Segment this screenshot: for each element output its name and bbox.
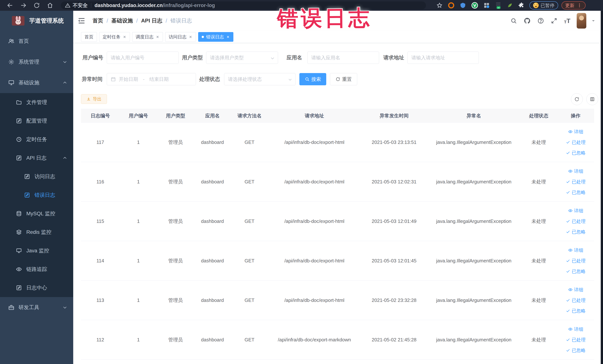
- close-icon[interactable]: [123, 35, 127, 39]
- action-ignored-link[interactable]: 已忽略: [558, 305, 593, 316]
- filter-input-3[interactable]: 请输入请求地址: [407, 52, 479, 64]
- home-icon[interactable]: [47, 2, 53, 9]
- action-processed-link[interactable]: 已处理: [558, 137, 593, 148]
- export-button[interactable]: 导出: [81, 94, 107, 104]
- status-select[interactable]: 请选择处理状态: [224, 73, 295, 85]
- action-ignored-link[interactable]: 已忽略: [558, 266, 593, 277]
- adblock-icon[interactable]: [448, 2, 454, 9]
- avatar[interactable]: [577, 13, 586, 29]
- puzzle-icon[interactable]: [518, 2, 525, 9]
- breadcrumb-item[interactable]: API 日志: [141, 17, 162, 24]
- action-detail-link[interactable]: 详细: [558, 324, 593, 335]
- check-icon: [566, 219, 570, 223]
- sidebar-item[interactable]: 研发工具: [0, 297, 73, 318]
- breadcrumb-item[interactable]: 首页: [93, 17, 103, 24]
- close-icon[interactable]: [189, 35, 192, 39]
- sidebar-item[interactable]: Java 监控: [0, 241, 73, 260]
- action-detail-link[interactable]: 详细: [558, 245, 593, 256]
- shield-icon[interactable]: [460, 2, 466, 9]
- proxy-on-icon[interactable]: on: [495, 2, 502, 9]
- filter-label: 请求地址: [383, 52, 404, 64]
- action-processed-link[interactable]: 已处理: [558, 176, 593, 187]
- edit-icon: [16, 118, 23, 124]
- github-icon[interactable]: [524, 17, 531, 24]
- sidebar-item[interactable]: Redis 监控: [0, 223, 73, 241]
- cell-actions: 详细已处理已忽略: [557, 162, 594, 201]
- sidebar-item[interactable]: API 日志: [0, 149, 73, 167]
- filter-input-0[interactable]: 请输入用户编号: [107, 52, 179, 64]
- back-icon[interactable]: [7, 2, 13, 9]
- tab-首页[interactable]: 首页: [81, 32, 97, 42]
- column-header: 处理状态: [520, 109, 557, 123]
- refresh-icon: [336, 77, 340, 82]
- close-icon[interactable]: [156, 35, 159, 39]
- check-icon: [566, 230, 570, 234]
- close-icon[interactable]: [226, 35, 230, 39]
- tab-调度日志[interactable]: 调度日志: [132, 32, 163, 42]
- filter-select-1[interactable]: 请选择用户类型: [206, 52, 278, 64]
- search-button[interactable]: 搜索: [299, 73, 326, 85]
- chevron-down-icon[interactable]: [591, 19, 596, 23]
- action-ignored-link[interactable]: 已忽略: [558, 187, 593, 198]
- action-processed-link[interactable]: 已处理: [558, 256, 593, 266]
- cell-app: dashboard: [194, 162, 231, 201]
- fullscreen-icon[interactable]: [551, 17, 557, 24]
- action-ignored-link[interactable]: 已忽略: [558, 148, 593, 158]
- reset-button[interactable]: 重置: [330, 73, 357, 85]
- v-badge-icon[interactable]: [471, 2, 478, 9]
- sidebar-item-label: 基础设施: [19, 79, 39, 86]
- breadcrumb-item[interactable]: 基础设施: [111, 17, 133, 24]
- date-range-picker[interactable]: 开始日期 - 结束日期: [107, 73, 196, 85]
- action-detail-link[interactable]: 详细: [558, 284, 593, 295]
- grid-icon[interactable]: [483, 2, 490, 9]
- action-ignored-link[interactable]: 已忽略: [558, 345, 593, 356]
- cell-url: /api/infra/db-doc/export-markdown: [268, 320, 361, 360]
- hamburger-icon[interactable]: [78, 17, 85, 25]
- font-size-icon[interactable]: TT: [564, 17, 570, 24]
- reload-icon[interactable]: [33, 2, 40, 9]
- action-ignored-link[interactable]: 已忽略: [558, 227, 593, 237]
- sidebar-item-label: 系统管理: [19, 59, 39, 65]
- search-icon[interactable]: [510, 17, 517, 24]
- paused-badge[interactable]: 已暂停: [529, 1, 558, 10]
- sidebar-item-label: 链路追踪: [26, 266, 47, 273]
- tab-访问日志[interactable]: 访问日志: [165, 32, 196, 42]
- menu-dots-icon[interactable]: [577, 3, 582, 8]
- sidebar-item[interactable]: 配置管理: [0, 112, 73, 130]
- tab-定时任务[interactable]: 定时任务: [99, 32, 130, 42]
- app-logo[interactable]: 芋道管理系统: [0, 11, 73, 31]
- sidebar-item[interactable]: MySQL 监控: [0, 204, 73, 223]
- forward-icon[interactable]: [20, 2, 27, 9]
- tab-错误日志[interactable]: 错误日志: [198, 32, 233, 42]
- sidebar-item-label: API 日志: [26, 154, 46, 162]
- table-row: 1161管理员dashboardGET/api/infra/db-doc/exp…: [81, 162, 594, 201]
- action-processed-link[interactable]: 已处理: [558, 216, 593, 227]
- action-processed-link[interactable]: 已处理: [558, 335, 593, 345]
- security-label[interactable]: 不安全: [73, 2, 88, 9]
- sidebar-item[interactable]: 日志中心: [0, 279, 73, 297]
- action-detail-link[interactable]: 详细: [558, 205, 593, 216]
- sidebar-item[interactable]: 文件管理: [0, 93, 73, 112]
- action-detail-link[interactable]: 详细: [558, 127, 593, 137]
- leaf-icon[interactable]: [507, 2, 513, 9]
- bookmark-star-icon[interactable]: [436, 2, 443, 9]
- sidebar-item[interactable]: 基础设施: [0, 72, 73, 93]
- action-detail-link[interactable]: 详细: [558, 166, 593, 176]
- sidebar-item[interactable]: 定时任务: [0, 130, 73, 149]
- column-header: 异常发生时间: [361, 109, 428, 123]
- action-processed-link[interactable]: 已处理: [558, 295, 593, 305]
- sidebar-item[interactable]: 首页: [0, 31, 73, 52]
- cell-exception: java.lang.IllegalArgumentException: [428, 201, 520, 241]
- sidebar-item[interactable]: 系统管理: [0, 52, 73, 72]
- update-button[interactable]: 更新: [561, 1, 586, 10]
- sidebar-item[interactable]: 错误日志: [0, 186, 73, 204]
- column-settings-button[interactable]: [586, 93, 598, 105]
- browser-scrollbar[interactable]: [600, 11, 603, 364]
- help-icon[interactable]: [537, 17, 544, 24]
- table-row: 1141管理员dashboardGET/api/infra/db-doc/exp…: [81, 241, 594, 281]
- sidebar-item[interactable]: 访问日志: [0, 167, 73, 186]
- filter-input-2[interactable]: 请输入应用名: [307, 52, 379, 64]
- sidebar-item[interactable]: 链路追踪: [0, 260, 73, 279]
- refresh-table-button[interactable]: [571, 93, 583, 105]
- log-icon: [24, 192, 31, 198]
